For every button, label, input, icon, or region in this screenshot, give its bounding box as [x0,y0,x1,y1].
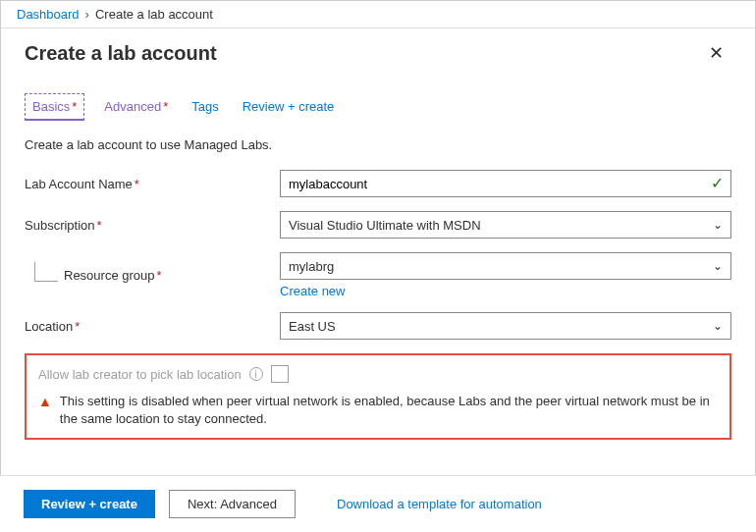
label-lab-account-name: Lab Account Name* [25,177,280,191]
allow-lab-location-label: Allow lab creator to pick lab location [38,367,242,382]
lab-account-name-input[interactable] [280,170,731,197]
warning-text: This setting is disabled when peer virtu… [60,393,718,428]
tab-bar: Basics* Advanced* Tags Review + create [1,72,755,122]
next-advanced-button[interactable]: Next: Advanced [169,490,296,518]
tab-advanced[interactable]: Advanced* [100,93,172,121]
label-subscription: Subscription* [25,218,280,233]
download-template-link[interactable]: Download a template for automation [337,497,542,511]
warning-icon: ▲ [38,394,52,409]
breadcrumb-current: Create a lab account [95,7,213,22]
page-title: Create a lab account [25,42,701,65]
breadcrumb: Dashboard › Create a lab account [1,1,755,28]
chevron-down-icon: ⌄ [713,319,723,333]
chevron-down-icon: ⌄ [713,218,723,232]
tab-review[interactable]: Review + create [239,93,339,121]
highlight-box: Allow lab creator to pick lab location i… [25,353,731,440]
checkmark-icon: ✓ [711,174,724,192]
info-icon[interactable]: i [249,367,263,381]
tab-tags[interactable]: Tags [188,93,222,121]
resource-group-select[interactable]: mylabrg ⌄ [280,252,731,280]
breadcrumb-dashboard[interactable]: Dashboard [17,7,80,22]
page-header: Create a lab account ✕ [1,28,755,72]
subscription-select[interactable]: Visual Studio Ultimate with MSDN ⌄ [280,211,731,239]
label-location: Location* [25,319,280,334]
create-new-link[interactable]: Create new [280,284,345,298]
review-create-button[interactable]: Review + create [24,490,155,518]
close-icon[interactable]: ✕ [701,38,731,68]
form-content: Create a lab account to use Managed Labs… [1,122,755,440]
location-select[interactable]: East US ⌄ [280,312,731,340]
chevron-right-icon: › [85,7,89,22]
label-resource-group: Resource group* [25,268,280,283]
allow-lab-location-checkbox [271,365,289,383]
chevron-down-icon: ⌄ [713,259,723,273]
tab-basics[interactable]: Basics* [25,93,84,121]
footer: Review + create Next: Advanced Download … [0,475,756,532]
intro-text: Create a lab account to use Managed Labs… [25,137,731,152]
